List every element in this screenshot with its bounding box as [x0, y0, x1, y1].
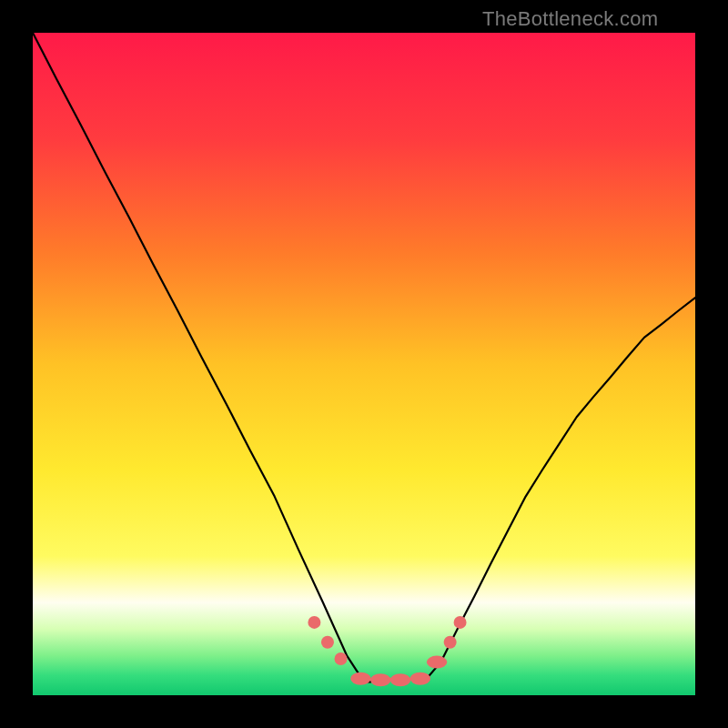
bottom-marker: [350, 672, 370, 685]
bottom-marker: [390, 673, 410, 686]
bottom-marker: [335, 652, 348, 665]
bottom-marker: [308, 616, 320, 629]
bottom-marker: [410, 672, 430, 685]
bottom-marker: [427, 656, 447, 669]
bottleneck-chart: [0, 0, 728, 728]
plot-background: [33, 33, 695, 695]
watermark-text: TheBottleneck.com: [482, 7, 658, 31]
bottom-marker: [370, 673, 390, 686]
outer-frame: TheBottleneck.com: [0, 0, 728, 728]
bottom-marker: [321, 636, 334, 649]
bottom-marker: [454, 616, 467, 629]
bottom-marker: [444, 636, 457, 649]
